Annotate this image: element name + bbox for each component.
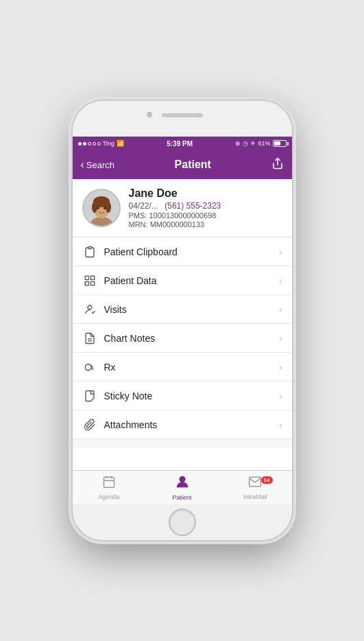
chart-notes-icon xyxy=(82,331,97,346)
tab-patient[interactable]: Patient xyxy=(145,474,219,501)
rx-icon xyxy=(82,360,97,375)
menu-item-clipboard[interactable]: Patient Clipboard › xyxy=(73,237,292,266)
tab-intramail[interactable]: 14 IntraMail xyxy=(219,475,292,500)
menu-list: Patient Clipboard › Patient Data › xyxy=(73,237,292,470)
front-camera xyxy=(147,112,152,117)
battery-fill xyxy=(274,141,281,145)
phone-frame: Ting 📶 5:39 PM ⊕ ◷ ✳ 61% ‹ Search Patien… xyxy=(73,101,292,540)
sticky-note-icon xyxy=(82,388,97,404)
menu-spacer-1 xyxy=(73,439,292,447)
phone-bottom-chrome xyxy=(73,504,292,540)
patient-pms: PMS: 1000130000000698 xyxy=(129,211,282,220)
signal-dot-2 xyxy=(83,142,86,145)
menu-item-attachments[interactable]: Attachments › xyxy=(73,410,292,439)
signal-dot-5 xyxy=(97,142,101,145)
patient-dob: 04/22/... xyxy=(129,201,158,211)
intramail-badge: 14 xyxy=(261,476,273,484)
signal-dot-1 xyxy=(78,142,82,145)
agenda-label: Agenda xyxy=(98,493,119,500)
sticky-note-chevron: › xyxy=(279,391,282,401)
visits-chevron: › xyxy=(279,304,282,315)
status-right: ⊕ ◷ ✳ 61% xyxy=(235,140,286,147)
clipboard-label: Patient Clipboard xyxy=(104,246,279,257)
svg-rect-18 xyxy=(104,477,114,487)
intramail-label: IntraMail xyxy=(243,493,267,500)
menu-empty-1 xyxy=(73,447,292,470)
patient-icon xyxy=(175,474,190,493)
svg-point-17 xyxy=(85,364,91,370)
visits-label: Visits xyxy=(104,304,279,315)
attachments-chevron: › xyxy=(279,419,282,430)
menu-item-data[interactable]: Patient Data › xyxy=(73,266,292,295)
data-label: Patient Data xyxy=(104,275,279,286)
svg-point-8 xyxy=(104,207,106,209)
patient-data-icon xyxy=(82,273,97,288)
svg-point-6 xyxy=(106,202,111,213)
svg-point-14 xyxy=(88,305,92,310)
menu-item-chart-notes[interactable]: Chart Notes › xyxy=(73,324,292,353)
attachments-icon xyxy=(82,417,97,432)
svg-rect-13 xyxy=(90,281,94,285)
menu-item-sticky-note[interactable]: Sticky Note › xyxy=(73,382,292,410)
speaker xyxy=(162,113,203,117)
patient-mrn: MRN: MM0000000133 xyxy=(129,220,282,229)
svg-point-22 xyxy=(179,476,185,482)
svg-rect-11 xyxy=(90,276,94,279)
svg-rect-9 xyxy=(88,246,91,248)
visits-icon xyxy=(82,302,97,317)
home-button[interactable] xyxy=(169,509,196,536)
attachments-label: Attachments xyxy=(104,419,279,430)
patient-name: Jane Doe xyxy=(129,187,282,200)
patient-dob-line: 04/22/... (561) 555-2323 xyxy=(129,201,282,211)
status-time: 5:39 PM xyxy=(167,140,193,148)
svg-rect-10 xyxy=(85,276,88,279)
back-label: Search xyxy=(86,160,114,170)
svg-rect-12 xyxy=(85,281,88,285)
back-chevron-icon: ‹ xyxy=(81,159,84,170)
nav-bar: ‹ Search Patient xyxy=(73,150,292,179)
signal-dots xyxy=(78,142,101,145)
patient-phone: (561) 555-2323 xyxy=(165,201,221,211)
bluetooth-icon: ✳ xyxy=(250,140,256,147)
nav-title: Patient xyxy=(175,159,211,171)
data-chevron: › xyxy=(279,275,282,286)
alarm-icon: ◷ xyxy=(243,140,248,147)
svg-point-1 xyxy=(90,217,112,226)
tab-bar: Agenda Patient 14 xyxy=(73,470,292,504)
location-icon: ⊕ xyxy=(235,140,241,147)
share-icon xyxy=(271,157,284,170)
signal-dot-3 xyxy=(88,142,91,145)
avatar-image xyxy=(85,189,118,226)
share-button[interactable] xyxy=(271,157,284,172)
intramail-icon xyxy=(248,475,262,492)
sticky-note-label: Sticky Note xyxy=(104,391,279,401)
wifi-icon: 📶 xyxy=(117,140,124,147)
patient-tab-label: Patient xyxy=(172,494,191,501)
patient-info: Jane Doe 04/22/... (561) 555-2323 PMS: 1… xyxy=(129,187,282,229)
status-bar: Ting 📶 5:39 PM ⊕ ◷ ✳ 61% xyxy=(73,137,292,150)
avatar xyxy=(82,189,121,227)
clipboard-icon xyxy=(82,244,97,259)
screen: Ting 📶 5:39 PM ⊕ ◷ ✳ 61% ‹ Search Patien… xyxy=(73,137,292,504)
rx-label: Rx xyxy=(104,362,279,373)
battery-indicator xyxy=(273,140,287,147)
back-button[interactable]: ‹ Search xyxy=(81,159,115,170)
carrier-label: Ting xyxy=(103,140,114,147)
status-left: Ting 📶 xyxy=(78,140,124,147)
chart-notes-chevron: › xyxy=(279,333,282,344)
rx-chevron: › xyxy=(279,362,282,373)
patient-card: Jane Doe 04/22/... (561) 555-2323 PMS: 1… xyxy=(73,179,292,237)
svg-point-7 xyxy=(97,207,99,209)
svg-point-5 xyxy=(92,202,97,213)
agenda-icon xyxy=(102,475,116,492)
menu-item-visits[interactable]: Visits › xyxy=(73,295,292,324)
menu-item-rx[interactable]: Rx › xyxy=(73,353,292,382)
chart-notes-label: Chart Notes xyxy=(104,333,279,344)
signal-dot-4 xyxy=(93,142,96,145)
clipboard-chevron: › xyxy=(279,246,282,257)
tab-agenda[interactable]: Agenda xyxy=(73,475,146,500)
battery-label: 61% xyxy=(258,140,270,147)
phone-top-chrome xyxy=(73,101,292,137)
